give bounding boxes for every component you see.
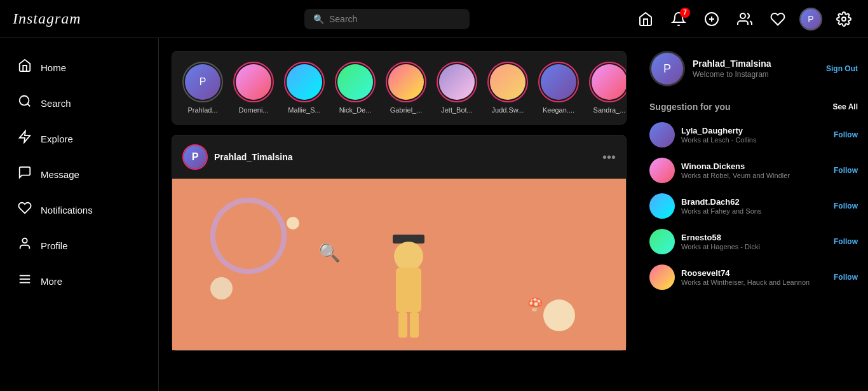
profile-info: P Prahlad_Timalsina Welcome to Instagram: [649, 51, 771, 86]
story-name-6: Jett_Bot...: [441, 106, 473, 114]
sign-out-button[interactable]: Sign Out: [826, 64, 858, 73]
suggestions-header: Suggestion for you See All: [649, 102, 858, 112]
story-8[interactable]: Keegan....: [538, 62, 579, 114]
main-layout: Home Search Explore Mes: [0, 38, 868, 391]
home-nav-icon[interactable]: [634, 8, 657, 31]
follow-button-4[interactable]: Follow: [834, 273, 858, 282]
sidebar-explore-label: Explore: [41, 134, 73, 144]
settings-nav-icon[interactable]: [832, 8, 855, 31]
svg-point-8: [22, 238, 27, 243]
story-5[interactable]: Gabriel_...: [386, 62, 426, 114]
story-ring-5: [386, 62, 426, 102]
story-avatar-9: [592, 64, 627, 100]
story-name-2: Domeni...: [238, 106, 268, 114]
story-4[interactable]: Nick_De...: [335, 62, 376, 114]
suggestion-left-4: Roosevelt74 Works at Wintheiser, Hauck a…: [649, 264, 810, 290]
sidebar-item-message[interactable]: Message: [8, 158, 151, 191]
profile-avatar[interactable]: P: [649, 51, 685, 86]
story-7[interactable]: Judd.Sw...: [487, 62, 528, 114]
profile-avatar-image: P: [651, 53, 683, 85]
explore-icon: [18, 130, 32, 147]
post-menu-button[interactable]: •••: [602, 150, 616, 165]
explore-nav-icon[interactable]: [733, 8, 756, 31]
search-bar[interactable]: 🔍: [304, 9, 470, 29]
story-name-8: Keegan....: [543, 106, 574, 114]
see-all-link[interactable]: See All: [832, 102, 858, 111]
suggestion-name-0[interactable]: Lyla_Daugherty: [681, 126, 756, 135]
story-name-3: Mallie_S...: [288, 106, 320, 114]
sidebar-item-notifications[interactable]: Notifications: [8, 193, 151, 226]
sidebar-item-search[interactable]: Search: [8, 86, 151, 120]
suggestion-avatar-2: [649, 193, 675, 219]
story-ring-2: [233, 62, 274, 102]
story-9[interactable]: Sandra_...: [589, 62, 627, 114]
suggestion-sub-2: Works at Fahey and Sons: [681, 207, 761, 215]
sidebar: Home Search Explore Mes: [0, 38, 159, 391]
suggestion-name-4[interactable]: Roosevelt74: [681, 268, 810, 278]
suggestion-item-2: Brandt.Dach62 Works at Fahey and Sons Fo…: [649, 193, 858, 219]
suggestion-avatar-3: [649, 229, 675, 254]
logo[interactable]: Instagram: [13, 10, 140, 27]
notifications-icon: [18, 201, 32, 219]
suggestion-left-3: Ernesto58 Works at Hagenes - Dicki: [649, 229, 760, 254]
suggestions-title: Suggestion for you: [649, 102, 731, 112]
post-username[interactable]: Prahlad_Timalsina: [214, 152, 292, 162]
sidebar-item-more[interactable]: More: [8, 264, 151, 298]
suggestion-item-4: Roosevelt74 Works at Wintheiser, Hauck a…: [649, 264, 858, 290]
floating-ring: [196, 184, 301, 288]
svg-marker-7: [20, 131, 31, 142]
search-input[interactable]: [329, 14, 461, 24]
sidebar-more-label: More: [41, 276, 62, 287]
story-6[interactable]: Jett_Bot...: [437, 62, 477, 114]
magnifier-icon: 🔍: [318, 242, 341, 263]
sidebar-notifications-label: Notifications: [41, 205, 93, 216]
post-user-avatar[interactable]: P: [182, 144, 208, 170]
follow-button-0[interactable]: Follow: [834, 130, 858, 139]
svg-line-6: [27, 104, 30, 106]
story-avatar-6: [439, 64, 475, 100]
story-ring-4: [335, 62, 376, 102]
post-user-info: P Prahlad_Timalsina: [182, 144, 292, 170]
story-2[interactable]: Domeni...: [233, 62, 274, 114]
notifications-nav-icon[interactable]: 7: [667, 8, 690, 31]
sidebar-item-explore[interactable]: Explore: [8, 122, 151, 155]
profile-subtitle: Welcome to Instagram: [693, 70, 771, 79]
suggestion-left-1: Winona.Dickens Works at Robel, Veum and …: [649, 158, 790, 183]
suggestion-left-0: Lyla_Daugherty Works at Lesch - Collins: [649, 122, 756, 147]
suggestion-item-0: Lyla_Daugherty Works at Lesch - Collins …: [649, 122, 858, 147]
nav-icons: 7 P: [634, 8, 855, 31]
suggestion-sub-4: Works at Wintheiser, Hauck and Leannon: [681, 278, 810, 286]
profile-icon: [18, 237, 32, 254]
follow-button-1[interactable]: Follow: [834, 166, 858, 175]
sidebar-profile-label: Profile: [41, 240, 68, 251]
suggestion-name-2[interactable]: Brandt.Dach62: [681, 197, 761, 207]
profile-text: Prahlad_Timalsina Welcome to Instagram: [693, 58, 771, 79]
profile-username[interactable]: Prahlad_Timalsina: [693, 58, 771, 69]
follow-button-2[interactable]: Follow: [834, 202, 858, 210]
story-ring-7: [487, 62, 528, 102]
content-feed: P Prahlad... Domeni... Mallie_S...: [159, 38, 639, 391]
suggestion-name-3[interactable]: Ernesto58: [681, 233, 760, 242]
sidebar-item-profile[interactable]: Profile: [8, 229, 151, 262]
small-ball: [287, 217, 299, 230]
message-icon: [18, 165, 32, 183]
suggestion-avatar-4: [649, 264, 675, 290]
story-avatar-5: [388, 64, 424, 100]
story-ring-3: [284, 62, 325, 102]
search-icon: [18, 94, 32, 112]
suggestion-info-2: Brandt.Dach62 Works at Fahey and Sons: [681, 197, 761, 215]
sidebar-search-label: Search: [41, 98, 71, 109]
suggestion-name-1[interactable]: Winona.Dickens: [681, 161, 790, 171]
follow-button-3[interactable]: Follow: [834, 237, 858, 246]
story-ring-9: [589, 62, 627, 102]
mushroom-icon: 🍄: [527, 297, 543, 312]
profile-nav-avatar[interactable]: P: [799, 8, 822, 31]
story-avatar-8: [541, 64, 576, 100]
create-nav-icon[interactable]: [700, 8, 723, 31]
story-3[interactable]: Mallie_S...: [284, 62, 325, 114]
heart-nav-icon[interactable]: [766, 8, 789, 31]
ball-bottom-left: [210, 277, 233, 299]
story-own[interactable]: P Prahlad...: [182, 62, 223, 114]
sidebar-item-home[interactable]: Home: [8, 51, 151, 84]
top-navigation: Instagram 🔍 7: [0, 0, 868, 38]
